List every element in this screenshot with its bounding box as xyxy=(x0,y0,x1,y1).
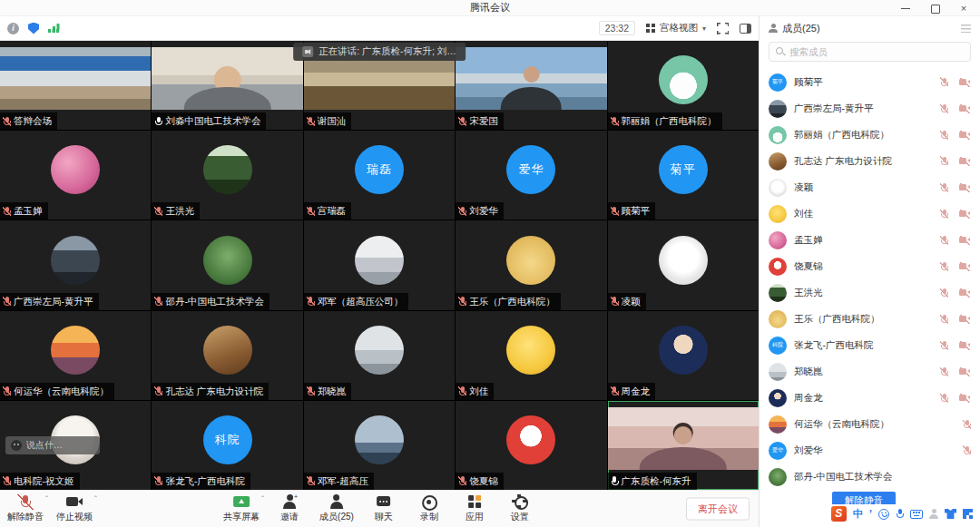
toolbar-button[interactable]: 聊天 xyxy=(368,494,399,523)
member-row[interactable]: 刘佳 xyxy=(760,200,980,227)
video-tile[interactable]: 邓军-超高压 xyxy=(304,401,455,490)
video-tile[interactable]: 王洪光 xyxy=(152,131,302,220)
toolbar-button[interactable]: 录制 xyxy=(414,494,445,523)
member-mic-off-icon[interactable] xyxy=(940,182,948,192)
member-camera-off-icon[interactable] xyxy=(959,367,971,376)
member-camera-off-icon[interactable] xyxy=(959,157,971,166)
member-row[interactable]: 孔志达 广东电力设计院 xyxy=(760,148,980,174)
member-mic-off-icon[interactable] xyxy=(940,261,948,271)
video-tile[interactable]: 刘淼中国电工技术学会 xyxy=(152,41,302,130)
video-tile[interactable]: 答辩会场 xyxy=(0,41,151,130)
member-camera-off-icon[interactable] xyxy=(959,131,971,140)
member-row[interactable]: 邵丹-中国电工技术学会 xyxy=(760,464,980,489)
member-row[interactable]: 菊平 顾菊平 xyxy=(760,69,980,95)
ime-voice-icon[interactable] xyxy=(896,509,904,520)
video-tile[interactable]: 孟玉婵 xyxy=(0,131,151,220)
member-mic-off-icon[interactable] xyxy=(940,209,948,219)
toolbar-button[interactable]: 成员(25) xyxy=(319,494,354,523)
ime-toolbox-icon[interactable] xyxy=(963,509,973,519)
chevron-up-icon[interactable]: ˆ xyxy=(94,494,97,503)
member-mic-off-icon[interactable] xyxy=(940,393,948,403)
quick-chat-bar[interactable]: 说点什… xyxy=(5,436,100,454)
member-mic-off-icon[interactable] xyxy=(940,340,948,350)
minimize-button[interactable] xyxy=(900,3,911,14)
video-tile[interactable]: 饶夏锦 xyxy=(456,401,606,490)
toolbar-button[interactable]: ˆ 停止视频 xyxy=(56,494,93,523)
video-tile[interactable]: 邵丹-中国电工技术学会 xyxy=(152,220,302,309)
member-camera-off-icon[interactable] xyxy=(959,104,971,113)
video-tile[interactable]: 广西崇左局-黄升平 xyxy=(0,220,151,309)
video-tile[interactable]: 周金龙 xyxy=(608,311,759,400)
member-row[interactable]: 何运华（云南电科院） xyxy=(760,411,980,437)
member-row[interactable]: 爱华 刘爱华 xyxy=(760,437,980,464)
toolbar-button[interactable]: 应用 xyxy=(459,494,490,523)
video-tile[interactable]: 宋爱国 xyxy=(456,41,606,130)
member-camera-off-icon[interactable] xyxy=(959,315,971,324)
member-mic-off-icon[interactable] xyxy=(963,419,971,429)
video-tile[interactable]: 何运华（云南电科院） xyxy=(0,311,151,400)
toolbar-button[interactable]: ˆ 共享屏幕 xyxy=(223,494,260,523)
member-camera-off-icon[interactable] xyxy=(959,394,971,403)
member-mic-off-icon[interactable] xyxy=(940,288,948,298)
member-row[interactable]: 孟玉婵 xyxy=(760,227,980,253)
member-camera-off-icon[interactable] xyxy=(959,341,971,350)
toolbar-button[interactable]: + 邀请 xyxy=(274,494,305,523)
video-tile[interactable]: 邓军（超高压公司） xyxy=(304,220,455,309)
close-button[interactable]: × xyxy=(958,3,969,14)
member-search-box[interactable] xyxy=(769,42,971,62)
member-row[interactable]: 饶夏锦 xyxy=(760,253,980,279)
video-tile[interactable]: 广东质检-何东升 xyxy=(608,401,759,490)
ime-keyboard-icon[interactable] xyxy=(910,510,923,519)
member-camera-off-icon[interactable] xyxy=(959,262,971,271)
video-tile[interactable]: 爱华 刘爱华 xyxy=(456,131,606,220)
member-mic-off-icon[interactable] xyxy=(940,314,948,324)
member-mic-off-icon[interactable] xyxy=(963,445,971,455)
video-tile[interactable]: 科院 张龙飞-广西电科院 xyxy=(152,401,302,490)
member-row[interactable]: 郭丽娟（广西电科院） xyxy=(760,122,980,148)
member-row[interactable]: 王乐（广西电科院） xyxy=(760,306,980,332)
member-row[interactable]: 郑晓崑 xyxy=(760,358,980,385)
leave-meeting-button[interactable]: 离开会议 xyxy=(686,498,750,521)
member-mic-off-icon[interactable] xyxy=(940,130,948,140)
video-tile[interactable]: 孔志达 广东电力设计院 xyxy=(152,311,302,400)
member-mic-off-icon[interactable] xyxy=(940,103,948,113)
ime-chinese-mode-icon[interactable]: 中 xyxy=(853,507,863,521)
network-signal-icon[interactable] xyxy=(48,23,61,34)
video-tile[interactable]: 瑞磊 宫瑞磊 xyxy=(304,131,455,220)
panel-menu-icon[interactable] xyxy=(961,24,971,33)
member-camera-off-icon[interactable] xyxy=(959,288,971,298)
member-row[interactable]: 科院 张龙飞-广西电科院 xyxy=(760,332,980,358)
member-row[interactable]: 广西崇左局-黄升平 xyxy=(760,95,980,122)
video-tile[interactable]: 菊平 顾菊平 xyxy=(608,131,759,220)
member-camera-off-icon[interactable] xyxy=(959,210,971,219)
fullscreen-button[interactable] xyxy=(717,23,729,34)
side-panel-toggle-button[interactable] xyxy=(740,24,751,34)
search-input[interactable] xyxy=(789,46,964,57)
video-tile[interactable]: 王乐（广西电科院） xyxy=(456,220,606,309)
ime-account-icon[interactable] xyxy=(929,509,938,519)
member-camera-off-icon[interactable] xyxy=(959,236,971,245)
ime-punctuation-icon[interactable]: ’ xyxy=(869,508,872,521)
video-tile[interactable]: 郭丽娟（广西电科院） xyxy=(608,41,759,130)
maximize-button[interactable] xyxy=(929,3,940,14)
member-row[interactable]: 周金龙 xyxy=(760,385,980,411)
member-camera-off-icon[interactable] xyxy=(959,78,971,87)
chevron-up-icon[interactable]: ˆ xyxy=(45,494,48,503)
member-mic-off-icon[interactable] xyxy=(940,235,948,245)
view-mode-button[interactable]: 宫格视图 ▾ xyxy=(646,22,706,34)
member-mic-off-icon[interactable] xyxy=(940,77,948,87)
chevron-up-icon[interactable]: ˆ xyxy=(261,494,264,503)
ime-emoji-icon[interactable] xyxy=(878,509,889,520)
video-tile[interactable]: 凌颖 xyxy=(608,220,759,309)
member-mic-off-icon[interactable] xyxy=(940,156,948,166)
video-tile[interactable]: 说点什… 电科院-祝文姬 xyxy=(0,401,151,490)
toolbar-button[interactable]: ˆ 解除静音 xyxy=(7,494,44,523)
member-camera-off-icon[interactable] xyxy=(959,183,971,192)
member-row[interactable]: 王洪光 xyxy=(760,279,980,306)
video-tile[interactable]: 刘佳 xyxy=(456,311,606,400)
toolbar-button[interactable]: 设置 xyxy=(505,494,535,523)
ime-skin-icon[interactable] xyxy=(945,509,956,519)
sogou-ime-logo[interactable]: S xyxy=(831,506,847,522)
meeting-info-icon[interactable]: i xyxy=(7,23,19,34)
member-row[interactable]: 凌颖 xyxy=(760,174,980,200)
